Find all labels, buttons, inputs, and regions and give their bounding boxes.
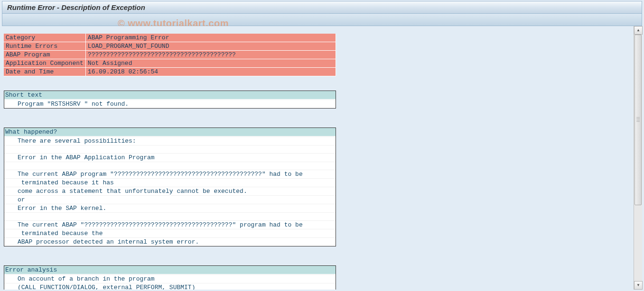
section-line: Program "RSTSHSRV " not found. [4,100,336,108]
section-line: come across a statement that unfortunate… [4,187,336,195]
scroll-up-button[interactable]: ▲ [634,26,643,35]
section-line: The current ABAP program "??????????????… [4,170,336,178]
section-box: What happened?There are several possibil… [4,127,336,246]
scroll-down-button[interactable]: ▼ [634,281,643,290]
header-value: LOAD_PROGRAM_NOT_FOUND [85,42,336,51]
header-row: Application ComponentNot Assigned [4,59,336,68]
section-line: On account of a branch in the program [4,274,336,283]
section-header: Short text [4,91,336,100]
scrollbar-thumb[interactable] [635,35,642,205]
section-box: Error analysisOn account of a branch in … [4,265,336,290]
header-value: ABAP Programming Error [85,34,336,42]
header-row: CategoryABAP Programming Error [4,34,336,42]
header-row: Runtime ErrorsLOAD_PROGRAM_NOT_FOUND [4,42,336,51]
scroll-content: CategoryABAP Programming ErrorRuntime Er… [2,26,627,290]
section-line [4,145,336,153]
header-row: Date and Time16.09.2018 02:56:54 [4,68,336,76]
header-value: 16.09.2018 02:56:54 [85,68,336,76]
content-wrap: CategoryABAP Programming ErrorRuntime Er… [2,26,642,290]
section-line: terminated because it has [4,178,336,187]
section-line [4,162,336,170]
scrollbar-grip-icon [636,117,640,123]
header-label: Runtime Errors [4,42,85,51]
section-box: Short textProgram "RSTSHSRV " not found. [4,91,336,109]
section-line [4,212,336,220]
header-label: Category [4,34,85,42]
header-label: ABAP Program [4,51,85,59]
section-line: ABAP processor detected an internal syst… [4,237,336,246]
section-line: or [4,195,336,204]
error-header-table: CategoryABAP Programming ErrorRuntime Er… [4,34,336,76]
header-value: ???????????????????????????????????????? [85,51,336,59]
section-header: Error analysis [4,266,336,274]
header-label: Application Component [4,59,85,68]
header-label: Date and Time [4,68,85,76]
vertical-scrollbar[interactable]: ▲ ▼ [634,26,642,290]
title-bar: Runtime Error - Description of Exception [2,1,642,14]
header-value: Not Assigned [85,59,336,68]
page-title: Runtime Error - Description of Exception [7,3,145,11]
section-line: (CALL FUNCTION/DIALOG, external PERFORM,… [4,283,336,290]
section-line: Error in the SAP kernel. [4,204,336,212]
section-line: There are several possibilities: [4,136,336,145]
section-header: What happened? [4,128,336,136]
section-line: The current ABAP "??????????????????????… [4,220,336,229]
toolbar [2,14,642,26]
section-line: Error in the ABAP Application Program [4,153,336,162]
section-line: terminated because the [4,229,336,237]
header-row: ABAP Program????????????????????????????… [4,51,336,59]
